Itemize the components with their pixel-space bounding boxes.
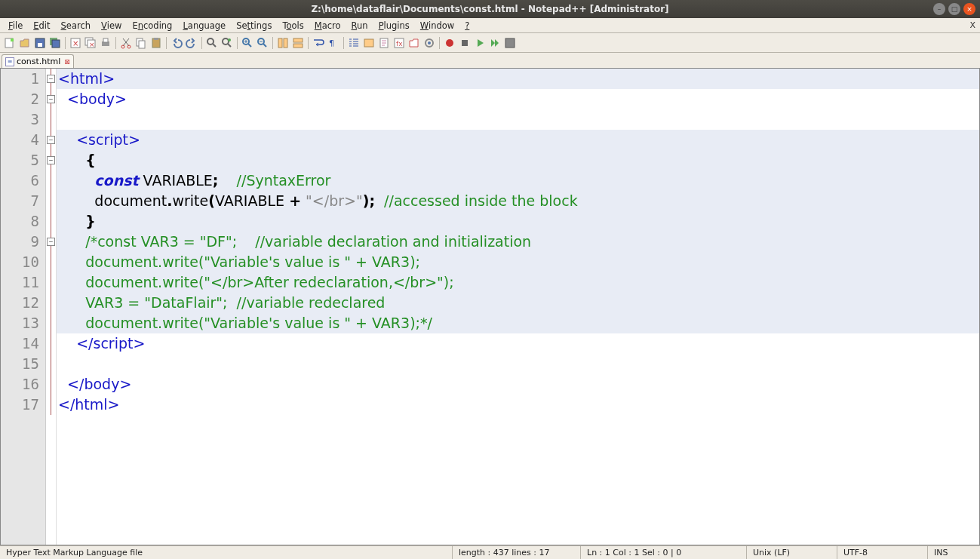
menu-edit[interactable]: Edit — [28, 20, 55, 32]
status-mode[interactable]: INS — [928, 546, 980, 559]
zoom-in-icon[interactable] — [241, 36, 254, 50]
code-area[interactable]: <html> <body> <script> { const VARIABLE;… — [57, 69, 979, 545]
code-line[interactable] — [57, 109, 979, 130]
close-button[interactable]: × — [963, 3, 975, 15]
play-multi-icon[interactable] — [488, 36, 502, 50]
minimize-button[interactable]: – — [933, 3, 945, 15]
line-number: 1 — [1, 69, 45, 89]
new-file-icon[interactable] — [3, 36, 17, 50]
svg-rect-25 — [284, 38, 287, 48]
code-line[interactable]: VAR3 = "DataFlair"; //variable redeclare… — [57, 293, 979, 313]
sync-v-icon[interactable] — [276, 36, 290, 50]
menu-plugins[interactable]: Plugins — [373, 20, 415, 32]
window-controls: – □ × — [933, 3, 975, 15]
svg-text:¶: ¶ — [329, 38, 334, 48]
menu-run[interactable]: Run — [346, 20, 373, 32]
line-numbers: 1234567891011121314151617 — [1, 69, 46, 545]
toolbar-separator — [272, 37, 273, 49]
svg-rect-37 — [505, 38, 515, 48]
print-icon[interactable] — [99, 36, 112, 50]
redo-icon[interactable] — [185, 36, 198, 50]
fold-toggle-icon[interactable] — [47, 136, 55, 144]
menu-help[interactable]: ? — [459, 20, 475, 32]
line-number: 12 — [1, 293, 45, 313]
find-icon[interactable] — [205, 36, 219, 50]
line-number: 9 — [1, 232, 45, 252]
play-macro-icon[interactable] — [473, 36, 487, 50]
copy-icon[interactable] — [134, 36, 148, 50]
udp-icon[interactable] — [362, 36, 376, 50]
menubar-close-x[interactable]: X — [969, 20, 975, 30]
menu-window[interactable]: Window — [415, 20, 459, 32]
zoom-out-icon[interactable] — [256, 36, 269, 50]
fold-toggle-icon[interactable] — [47, 238, 55, 246]
menu-macro[interactable]: Macro — [309, 20, 346, 32]
status-eol[interactable]: Unix (LF) — [747, 546, 837, 559]
code-line[interactable]: { — [57, 150, 979, 170]
window-title: Z:\home\dataflair\Documents\const.html -… — [0, 4, 980, 14]
code-line[interactable]: <html> — [57, 69, 979, 89]
toolbar-separator — [166, 37, 167, 49]
cut-icon[interactable] — [119, 36, 133, 50]
fold-column — [46, 69, 57, 545]
folder-view-icon[interactable] — [407, 36, 421, 50]
tab-close-icon[interactable]: ⊠ — [64, 58, 70, 66]
svg-text:×: × — [72, 39, 78, 48]
svg-rect-29 — [364, 39, 373, 47]
tab-const-html[interactable]: ≡ const.html ⊠ — [2, 54, 74, 68]
code-line[interactable]: </body> — [57, 374, 979, 395]
close-all-icon[interactable]: × — [84, 36, 97, 50]
menu-search[interactable]: Search — [56, 20, 97, 32]
fold-toggle-icon[interactable] — [47, 75, 55, 83]
status-encoding[interactable]: UTF-8 — [837, 546, 928, 559]
save-macro-icon[interactable] — [503, 36, 517, 50]
replace-icon[interactable] — [220, 36, 234, 50]
line-number: 7 — [1, 191, 45, 211]
code-line[interactable]: } — [57, 211, 979, 232]
save-all-icon[interactable] — [48, 36, 62, 50]
fold-toggle-icon[interactable] — [47, 156, 55, 164]
code-line[interactable]: </script> — [57, 333, 979, 354]
line-number: 15 — [1, 354, 45, 374]
svg-rect-24 — [278, 38, 282, 48]
menu-view[interactable]: View — [96, 20, 127, 32]
menu-language[interactable]: Language — [177, 20, 231, 32]
monitor-icon[interactable] — [422, 36, 436, 50]
open-file-icon[interactable] — [18, 36, 32, 50]
code-line[interactable]: document.write("Variable's value is " + … — [57, 313, 979, 333]
stop-macro-icon[interactable] — [458, 36, 472, 50]
wordwrap-icon[interactable] — [312, 36, 325, 50]
close-file-icon[interactable]: × — [69, 36, 82, 50]
func-list-icon[interactable]: fx — [392, 36, 406, 50]
line-number: 14 — [1, 333, 45, 354]
code-line[interactable]: <body> — [57, 89, 979, 109]
record-macro-icon[interactable] — [443, 36, 456, 50]
doc-map-icon[interactable] — [377, 36, 391, 50]
indent-guide-icon[interactable] — [347, 36, 361, 50]
svg-rect-27 — [293, 44, 303, 48]
maximize-button[interactable]: □ — [948, 3, 960, 15]
code-line[interactable]: <script> — [57, 130, 979, 150]
code-line[interactable]: document.write("</br>After redeclaration… — [57, 272, 979, 293]
line-number: 13 — [1, 313, 45, 333]
code-line[interactable]: document.write("Variable's value is " + … — [57, 252, 979, 272]
code-line[interactable]: document.write(VARIABLE + "</br>"); //ac… — [57, 191, 979, 211]
fold-toggle-icon[interactable] — [47, 95, 55, 103]
line-number: 2 — [1, 89, 45, 109]
show-chars-icon[interactable]: ¶ — [327, 36, 340, 50]
undo-icon[interactable] — [170, 36, 183, 50]
file-icon: ≡ — [5, 57, 14, 66]
paste-icon[interactable] — [149, 36, 163, 50]
svg-rect-12 — [103, 38, 108, 42]
menu-file[interactable]: File — [3, 20, 28, 32]
sync-h-icon[interactable] — [291, 36, 305, 50]
code-line[interactable]: const VARIABLE; //SyntaxError — [57, 170, 979, 191]
menu-settings[interactable]: Settings — [231, 20, 277, 32]
save-icon[interactable] — [33, 36, 47, 50]
code-line[interactable] — [57, 354, 979, 374]
toolbar-separator — [343, 37, 344, 49]
code-line[interactable]: </html> — [57, 395, 979, 415]
menu-encoding[interactable]: Encoding — [127, 20, 177, 32]
menu-tools[interactable]: Tools — [277, 20, 309, 32]
code-line[interactable]: /*const VAR3 = "DF"; //variable declarat… — [57, 232, 979, 252]
